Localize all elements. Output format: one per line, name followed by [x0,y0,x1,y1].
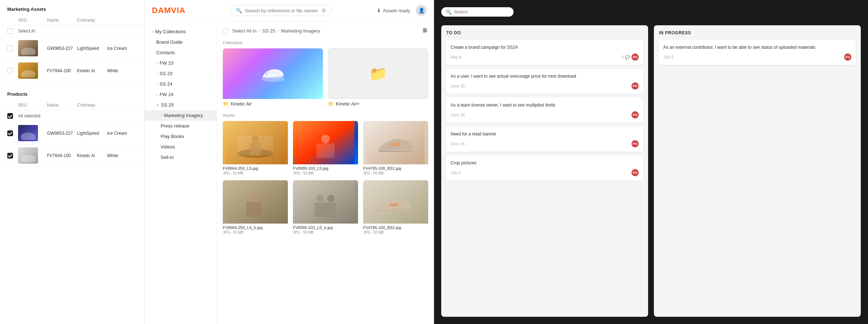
card-3-date: June 25 [451,142,465,146]
asset-card-3[interactable]: FV8664-250_LS_b.jpg JPG - 50 MB [223,180,288,234]
sidebar-item-videos[interactable]: Videos [145,142,217,152]
kanban-search-input[interactable] [454,9,509,14]
col-sku: SKU [18,18,47,23]
collection-kinetic-air[interactable]: 📁 Kinetic Air [223,48,323,107]
breadcrumb-checkbox[interactable] [223,28,229,34]
row0-checkbox[interactable] [7,46,13,51]
asset-card-2[interactable]: FV4785-100_BS1.jpg JPG - 50 MB [363,121,428,175]
sidebar-item-fw23[interactable]: › FW 23 [145,58,217,68]
folder-icon-kinetic-air: 📁 [223,101,229,107]
sidebar-item-my-collections[interactable]: › My Collections [145,26,217,37]
press-release-label: Press release [161,123,189,129]
products-header: Products [0,85,144,100]
svg-point-12 [252,135,259,143]
prod-col-sku: SKU [18,103,47,108]
product-row-0[interactable]: GW9853-227 LightSpeed Ice Cream [0,122,144,144]
user-icon-glyph: 👤 [418,8,425,13]
kinetic-air-bg [223,48,323,99]
asset-meta-2: JPG - 50 MB [363,171,428,175]
ss25-chevron: ∨ [156,103,159,107]
breadcrumb-ss25[interactable]: SS 25 [263,28,275,34]
marketing-row-0[interactable]: GW9853-227 LightSpeed Ice Cream [0,37,144,60]
kanban-search-bar[interactable]: 🔍 [441,7,514,17]
collection-kinetic-air-plus[interactable]: 📁 📁 Kinetic Air+ [328,48,428,107]
filter-settings-icon[interactable] [422,27,428,35]
svg-rect-13 [250,143,261,155]
breadcrumb-sep-1: › [259,28,260,34]
search-bar[interactable]: 🔍 ⚙ [230,5,332,16]
kanban-card-3[interactable]: Need for a retail banner June 25 PG [446,126,643,152]
search-input[interactable] [245,8,319,13]
kinetic-air-plus-placeholder: 📁 [328,48,428,99]
sidebar-item-press-release[interactable]: Press release [145,121,217,131]
fw23-chevron: › [156,61,157,65]
kanban-columns: TO DO Create a brand campaign for SS24 M… [441,25,861,317]
ss23-label: SS 23 [159,71,172,76]
kanban-card-1[interactable]: As a user, I want to see actual overusag… [446,69,643,94]
collections-grid: 📁 Kinetic Air 📁 📁 Kinetic Air+ [223,48,428,107]
inprogress-card-0-avatar: PG [844,53,851,61]
asset-img-0 [223,121,288,164]
svg-point-27 [389,203,399,206]
col-name: Name [47,18,77,23]
breadcrumb-select-all[interactable]: Select All in [232,28,256,34]
sidebar-item-play-books[interactable]: Play Books [145,131,217,142]
kanban-card-3-footer: June 25 PG [451,140,639,147]
my-collections-label: My Collections [155,29,186,34]
filter-icon[interactable]: ⚙ [322,8,326,13]
svg-point-20 [249,193,258,202]
download-icon: ⬇ [377,8,381,13]
prod-row1-sku: FV7844-100 [47,153,77,158]
prod-row1-checkbox[interactable] [7,153,13,159]
all-selected-row[interactable]: All selected [0,110,144,122]
asset-name-4: FV8995-103_LS_b.jpg [293,225,358,230]
select-ai-row[interactable]: Select AI [0,25,144,37]
marketing-row-1[interactable]: FV7844-100 Kinetic Ai White [0,60,144,82]
asset-card-5[interactable]: FV4785-100_BS2.jpg JPG - 50 MB [363,180,428,234]
asset-card-0[interactable]: FV8664-250_LS.jpg JPG - 50 MB [223,121,288,175]
sidebar-item-brand-guide[interactable]: Brand Guide [145,37,217,47]
select-ai-checkbox[interactable] [7,28,13,34]
kanban-card-0[interactable]: Create a brand campaign for SS24 May 8 5… [446,40,643,65]
product-row-1[interactable]: FV7844-100 Kinetic Ai White [0,144,144,167]
asset-card-4[interactable]: FV8995-103_LS_b.jpg JPG - 50 MB [293,180,358,234]
sidebar-item-ss24[interactable]: › SS 24 [145,79,217,89]
sidebar-item-fw24[interactable]: › FW 24 [145,89,217,100]
asset-meta-3: JPG - 50 MB [223,230,288,234]
kinetic-air-label: 📁 Kinetic Air [223,99,323,107]
row1-checkbox[interactable] [7,68,13,74]
breadcrumb-marketing-imagery[interactable]: Marketing Imagery [281,28,320,34]
kanban-col-inprogress: IN PROGRESS As an external contributor, … [654,25,861,317]
all-selected-checkbox[interactable] [7,113,13,119]
sidebar-item-ss23[interactable]: › SS 23 [145,68,217,79]
kanban-card-4-text: Crop pictures [451,160,639,166]
ss23-chevron: › [156,72,157,75]
ss25-label: SS 25 [161,102,174,108]
kanban-card-inprogress-0[interactable]: As an external contributor, I want to be… [659,40,856,65]
sidebar-item-sell-in[interactable]: Sell-in [145,152,217,163]
prod-row0-checkbox[interactable] [7,130,13,136]
fw23-label: FW 23 [159,60,173,66]
sidebar: › My Collections Brand Guide Contacts › … [145,21,217,324]
asset-meta-1: JPG - 50 MB [293,171,358,175]
marketing-imagery-label: Marketing Imagery [164,113,203,118]
sidebar-item-marketing-imagery[interactable]: › Marketing Imagery [145,110,217,121]
asset-card-1[interactable]: FV8995-103_LS.jpg JPG - 50 MB [293,121,358,175]
asset-name-0: FV8664-250_LS.jpg [223,166,288,170]
kanban-card-2[interactable]: As a team license owner, I want to see m… [446,98,643,123]
asset-name-5: FV4785-100_BS2.jpg [363,225,428,230]
contacts-label: Contacts [156,50,175,55]
sidebar-item-ss25[interactable]: ∨ SS 25 [145,100,217,110]
content-area: › My Collections Brand Guide Contacts › … [145,21,434,324]
card-2-date: June 20 [451,113,465,117]
kanban-card-0-text: Create a brand campaign for SS24 [451,44,639,51]
marketing-assets-header: Marketing Assets [0,0,144,16]
user-avatar[interactable]: 👤 [416,5,427,16]
folder-empty-icon: 📁 [369,65,387,82]
sidebar-item-contacts[interactable]: Contacts [145,47,217,58]
brand-guide-label: Brand Guide [156,39,183,45]
ss24-label: SS 24 [159,81,172,87]
kanban-card-4[interactable]: Crop pictures July 5 PG [446,155,643,181]
kanban-card-2-text: As a team license owner, I want to see m… [451,102,639,108]
breadcrumb: Select All in › SS 25 › Marketing Imager… [223,27,428,35]
